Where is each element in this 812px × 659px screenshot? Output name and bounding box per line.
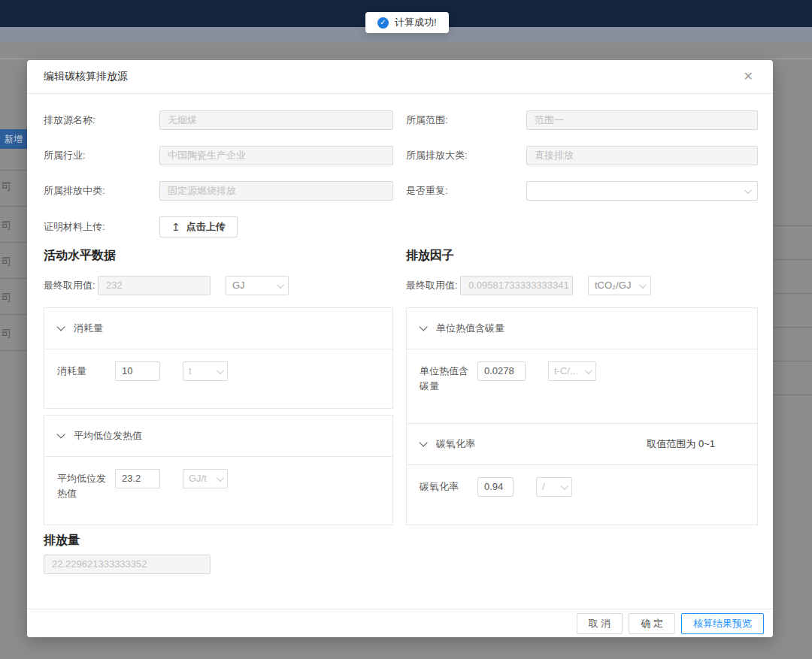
oxidation-rate-panel: 碳氧化率 取值范围为 0~1 碳氧化率 0.94 /: [406, 424, 758, 525]
backdrop-card-edge: [0, 58, 812, 59]
section-headings: 活动水平数据 排放因子: [44, 248, 758, 264]
collapse-chevron-icon: [419, 322, 427, 331]
chevron-down-icon: [744, 186, 752, 194]
background-table-row: 司: [2, 219, 27, 232]
oxidation-rate-unit-select: /: [536, 477, 572, 497]
major-category-input: 直接排放: [526, 146, 758, 165]
confirm-button[interactable]: 确 定: [629, 613, 675, 634]
modal-body: 排放源名称: 无烟煤 所属范围: 范围一 所属行业: 中国陶瓷生产企业 所属排放…: [27, 94, 773, 574]
consumption-panel-header[interactable]: 消耗量: [44, 308, 392, 349]
carbon-content-panel: 单位热值含碳量 单位热值含碳量 0.0278 t-C/...: [406, 307, 758, 424]
mid-category-input: 固定源燃烧排放: [159, 181, 393, 201]
consumption-unit-select: t: [183, 361, 228, 381]
backdrop-table-line: [0, 350, 27, 351]
consumption-row-label: 消耗量: [57, 361, 110, 379]
oxidation-rate-panel-title: 碳氧化率: [436, 437, 475, 451]
chevron-down-icon: [639, 281, 647, 289]
industry-label: 所属行业:: [44, 149, 159, 162]
activity-data-heading: 活动水平数据: [44, 248, 393, 264]
oxidation-rate-row-label: 碳氧化率: [420, 477, 472, 494]
consumption-panel-title: 消耗量: [74, 322, 103, 335]
field-scope: 所属范围: 范围一: [406, 110, 758, 130]
background-add-button: 新增: [0, 129, 27, 149]
scope-input: 范围一: [526, 110, 758, 130]
chevron-down-icon: [217, 474, 224, 482]
emission-amount-heading: 排放量: [44, 533, 758, 549]
collapse-chevron-icon: [56, 430, 65, 438]
upload-button-label: 点击上传: [186, 220, 226, 234]
heating-value-input[interactable]: 23.2: [115, 469, 160, 488]
carbon-content-row-label: 单位热值含碳量: [420, 361, 472, 394]
modal-title: 编辑碳核算排放源: [44, 70, 128, 83]
consumption-panel: 消耗量 消耗量 10 t: [44, 307, 393, 409]
chevron-down-icon: [277, 281, 284, 289]
collapse-chevron-icon: [56, 322, 65, 331]
background-table-row: 司: [2, 255, 27, 268]
oxidation-rate-hint: 取值范围为 0~1: [647, 437, 715, 451]
backdrop-table-line: [0, 206, 27, 207]
activity-final-input: 232: [98, 276, 211, 295]
field-upload: 证明材料上传: ↥ 点击上传: [44, 216, 393, 237]
heating-value-row-label: 平均低位发热值: [57, 469, 110, 501]
form-row: 排放源名称: 无烟煤 所属范围: 范围一: [44, 110, 758, 130]
carbon-content-unit-select: t-C/...: [548, 361, 596, 381]
edit-emission-source-modal: 编辑碳核算排放源 ✕ 排放源名称: 无烟煤 所属范围: 范围一 所属行业: 中国…: [27, 60, 773, 637]
background-table-row: 司: [2, 180, 27, 193]
result-preview-button[interactable]: 核算结果预览: [681, 613, 764, 634]
backdrop-table-line: [0, 278, 27, 279]
emission-amount-input: 22.229621333333352: [44, 555, 211, 574]
upload-button[interactable]: ↥ 点击上传: [159, 216, 238, 237]
panels-columns: 消耗量 消耗量 10 t 平均低位发热值: [44, 307, 758, 525]
form-row: 所属排放中类: 固定源燃烧排放 是否重复:: [44, 181, 758, 201]
form-row: 所属行业: 中国陶瓷生产企业 所属排放大类: 直接排放: [44, 146, 758, 165]
chevron-down-icon: [585, 367, 592, 374]
industry-input: 中国陶瓷生产企业: [159, 146, 393, 165]
carbon-content-panel-body: 单位热值含碳量 0.0278 t-C/...: [407, 349, 757, 394]
chevron-down-icon: [561, 482, 568, 490]
final-value-row: 最终取用值: 232 GJ 最终取用值: 0.09581733333333341…: [44, 276, 758, 295]
field-mid-category: 所属排放中类: 固定源燃烧排放: [44, 181, 393, 201]
source-name-input: 无烟煤: [159, 110, 393, 130]
upload-label: 证明材料上传:: [44, 220, 159, 234]
consumption-unit: t: [189, 362, 192, 380]
duplicate-select[interactable]: [526, 181, 758, 201]
cancel-button[interactable]: 取 消: [577, 613, 623, 634]
consumption-input[interactable]: 10: [115, 361, 160, 381]
collapse-chevron-icon: [419, 438, 427, 446]
close-icon[interactable]: ✕: [741, 68, 756, 86]
field-industry: 所属行业: 中国陶瓷生产企业: [44, 146, 393, 165]
heating-value-unit-select: GJ/t: [183, 469, 228, 488]
mid-category-label: 所属排放中类:: [44, 184, 159, 198]
oxidation-rate-unit: /: [542, 478, 545, 496]
heating-value-unit: GJ/t: [189, 470, 207, 488]
activity-final-unit: GJ: [232, 277, 245, 295]
field-major-category: 所属排放大类: 直接排放: [406, 146, 758, 165]
heating-value-panel: 平均低位发热值 平均低位发热值 23.2 GJ/t: [44, 415, 393, 525]
oxidation-rate-panel-body: 碳氧化率 0.94 /: [407, 464, 757, 497]
source-name-label: 排放源名称:: [44, 113, 159, 127]
factor-final-unit: tCO₂/GJ: [595, 277, 631, 295]
success-check-icon: ✓: [377, 17, 389, 29]
toast-message: 计算成功!: [395, 16, 437, 29]
carbon-content-panel-header[interactable]: 单位热值含碳量: [407, 308, 757, 349]
modal-footer: 取 消 确 定 核算结果预览: [27, 609, 773, 637]
carbon-content-input[interactable]: 0.0278: [477, 361, 526, 381]
emission-factor-heading: 排放因子: [406, 248, 758, 264]
success-toast: ✓ 计算成功!: [365, 12, 449, 33]
upload-icon: ↥: [171, 221, 180, 233]
duplicate-label: 是否重复:: [406, 184, 526, 198]
carbon-content-unit: t-C/...: [554, 362, 578, 380]
factor-final-unit-select: tCO₂/GJ: [588, 276, 651, 295]
activity-final-label: 最终取用值:: [44, 279, 98, 292]
backdrop-table-line: [0, 242, 27, 243]
heating-value-panel-header[interactable]: 平均低位发热值: [44, 416, 392, 456]
major-category-label: 所属排放大类:: [406, 149, 526, 162]
heating-value-panel-body: 平均低位发热值 23.2 GJ/t: [44, 456, 392, 501]
field-duplicate: 是否重复:: [406, 181, 758, 201]
modal-header: 编辑碳核算排放源 ✕: [27, 60, 773, 94]
oxidation-rate-input[interactable]: 0.94: [477, 477, 514, 497]
backdrop-table-line: [0, 314, 27, 315]
background-table-row: 司: [2, 291, 27, 304]
factor-final-label: 最终取用值:: [406, 279, 460, 292]
oxidation-rate-panel-header[interactable]: 碳氧化率 取值范围为 0~1: [407, 424, 757, 464]
